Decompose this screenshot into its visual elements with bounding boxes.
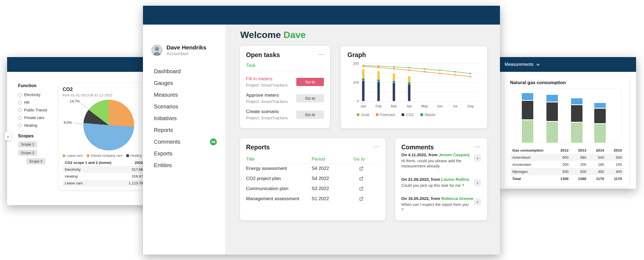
pie-label-gray: 9,0% xyxy=(64,120,72,125)
open-comment-button[interactable]: › xyxy=(474,155,481,162)
sidebar-item-initiatives[interactable]: Initiatives xyxy=(154,113,217,124)
svg-text:Mar: Mar xyxy=(391,104,397,108)
radio-option-public-transit[interactable]: Public Transit xyxy=(18,106,59,114)
row-value: 180 xyxy=(586,162,604,167)
sidebar-item-measures[interactable]: Measures xyxy=(154,89,217,101)
welcome-username: Dave xyxy=(283,29,306,40)
comment-date: On 21.09.2022, from xyxy=(401,177,440,182)
task-name: Approve meters xyxy=(246,93,288,98)
comments-card: Comments ... On 4.11.2022, from Jeroen C… xyxy=(395,138,487,220)
goto-task-button[interactable]: Go to xyxy=(296,111,324,119)
radio-circle-icon xyxy=(18,116,22,120)
ellipsis-menu-icon[interactable]: ... xyxy=(475,144,481,147)
open-comment-button[interactable]: › xyxy=(474,198,481,205)
svg-text:Jun: Jun xyxy=(437,104,443,108)
ellipsis-menu-icon[interactable]: ... xyxy=(373,144,379,147)
sidebar-item-exports[interactable]: Exports xyxy=(154,148,217,159)
co2-pie-chart xyxy=(83,100,134,150)
co2-table-header-year: 2022 xyxy=(120,161,143,165)
report-period: S1 2022 xyxy=(312,196,353,202)
avatar xyxy=(151,45,163,56)
radio-option-hr[interactable]: HR xyxy=(18,99,59,106)
sidebar-item-reports[interactable]: Reports xyxy=(154,124,217,136)
open-report-icon[interactable] xyxy=(359,166,379,171)
radio-option-heating[interactable]: Heating xyxy=(18,122,59,129)
row-value: 500 xyxy=(604,155,622,159)
radio-circle-icon xyxy=(18,101,22,104)
divider xyxy=(246,71,324,71)
row-value: 316.97 xyxy=(120,174,143,178)
comment-item: On 16.05.2022, from Rebecca Greene When … xyxy=(401,196,481,212)
legend-label: Waste xyxy=(425,113,435,117)
sidebar-item-label: Initiatives xyxy=(154,115,177,122)
sidebar-item-entities[interactable]: Entities xyxy=(154,159,217,171)
row-value: 600 xyxy=(551,155,569,159)
svg-text:Apr: Apr xyxy=(406,104,412,108)
task-row: Fill in meters Project: SmartTrackers Go… xyxy=(246,76,324,87)
ellipsis-menu-icon[interactable]: ... xyxy=(318,51,324,55)
radio-option-electricity[interactable]: Electricity xyxy=(18,91,59,99)
radio-label: Private cars xyxy=(24,116,44,120)
legend-swatch xyxy=(63,154,65,157)
goto-task-button[interactable]: Go to xyxy=(296,78,324,86)
sidebar-item-gauges[interactable]: Gauges xyxy=(154,77,217,89)
goto-task-button[interactable]: Go to xyxy=(296,94,324,102)
svg-text:Jul: Jul xyxy=(453,104,458,108)
task-column-header: Task xyxy=(246,63,324,68)
gas-bar-segment xyxy=(546,102,558,121)
open-comment-button[interactable]: › xyxy=(474,179,481,186)
gas-bar-segment xyxy=(594,103,606,108)
sidebar-item-scenarios[interactable]: Scenarios xyxy=(154,101,217,113)
radio-circle-icon xyxy=(18,108,22,112)
task-name: Create scenario xyxy=(246,109,288,114)
comment-date: On 16.05.2022, from xyxy=(401,196,440,201)
task-project: Project: SmartTrackers xyxy=(246,116,288,120)
user-role: Accountant xyxy=(166,51,206,56)
radio-option-private-cars[interactable]: Private cars xyxy=(18,114,59,122)
svg-text:200: 200 xyxy=(353,61,359,66)
legend-swatch xyxy=(87,154,89,157)
table-row: Nijmegen 500 500 450 400 xyxy=(510,168,624,175)
report-row: Management assessment S1 2022 xyxy=(246,194,379,204)
row-value: 1170 xyxy=(586,177,604,181)
open-report-icon[interactable] xyxy=(359,197,379,201)
gas-bar-segment xyxy=(546,95,558,102)
sidebar-item-dashboard[interactable]: Dashboard xyxy=(154,66,217,77)
sidebar-item-comments[interactable]: Comments 08 xyxy=(154,136,217,148)
svg-text:Aug: Aug xyxy=(467,104,473,108)
window-measurements: Measurements Natural gas consumption Gas… xyxy=(499,57,636,189)
co2-card-subtitle: from 01-01-2013 till 31-12-2022 xyxy=(63,93,145,97)
open-report-icon[interactable] xyxy=(359,176,379,181)
collapse-panel-button[interactable]: » xyxy=(5,132,11,140)
gas-bar-segment xyxy=(522,120,533,143)
row-value: 1300 xyxy=(551,177,569,181)
co2-chart-card: CO2 from 01-01-2013 till 31-12-2022 14,7… xyxy=(59,83,149,190)
legend-swatch xyxy=(357,113,359,116)
legend-label: Owned company cars xyxy=(91,154,122,158)
reports-col-period: Period xyxy=(312,156,353,162)
co2-pie-legend: Lease cars Owned company cars Heating xyxy=(63,154,142,158)
task-project: Project: SmartTrackers xyxy=(246,83,288,87)
chip-scope-2[interactable]: Scope 2 xyxy=(18,150,37,156)
main-content: Welcome Dave Open tasks ... Task Fill in… xyxy=(225,25,500,255)
row-value: 500 xyxy=(551,170,569,174)
chip-scope-3[interactable]: Scope 3 xyxy=(26,158,45,164)
report-period: S4 2022 xyxy=(312,166,353,171)
sidebar-item-label: Reports xyxy=(154,127,173,133)
report-title: CO2 project plan xyxy=(246,176,312,181)
measurements-menu[interactable]: Measurements xyxy=(505,57,539,72)
row-value: 1,123.79 xyxy=(120,181,143,185)
chip-scope-1[interactable]: Scope 1 xyxy=(18,141,37,147)
report-title: Energy assessment xyxy=(246,166,312,171)
legend-label: Lease cars xyxy=(67,154,83,158)
svg-text:Jan: Jan xyxy=(361,104,366,108)
table-row: Electricity 517.66 xyxy=(63,166,145,173)
report-period: S4 2022 xyxy=(312,176,353,181)
open-report-icon[interactable] xyxy=(359,187,379,191)
open-tasks-title: Open tasks xyxy=(246,51,280,59)
radio-circle-icon xyxy=(18,93,22,97)
row-value: 200 xyxy=(551,162,569,167)
gas-bar-segment xyxy=(594,124,606,143)
legend-label: Goal xyxy=(361,113,369,117)
co2-card-title: CO2 xyxy=(63,87,145,92)
